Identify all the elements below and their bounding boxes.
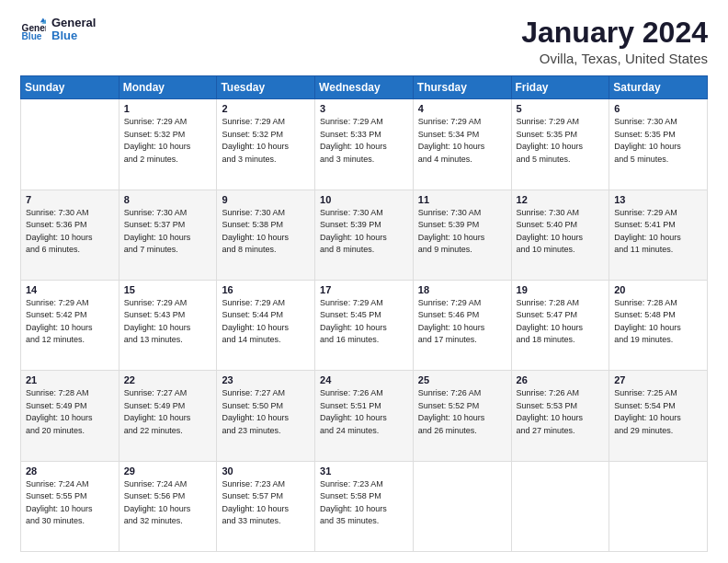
logo: General Blue General Blue [20, 17, 96, 43]
day-number: 29 [124, 465, 212, 477]
calendar-cell: 31Sunrise: 7:23 AM Sunset: 5:58 PM Dayli… [315, 461, 414, 551]
calendar-week-row: 21Sunrise: 7:28 AM Sunset: 5:49 PM Dayli… [21, 371, 708, 461]
day-number: 25 [418, 374, 506, 385]
calendar-cell: 4Sunrise: 7:29 AM Sunset: 5:34 PM Daylig… [413, 99, 511, 190]
day-info: Sunrise: 7:26 AM Sunset: 5:52 PM Dayligh… [418, 387, 506, 437]
logo-line2: Blue [51, 29, 96, 42]
calendar-cell: 18Sunrise: 7:29 AM Sunset: 5:46 PM Dayli… [413, 280, 511, 370]
calendar-cell: 27Sunrise: 7:25 AM Sunset: 5:54 PM Dayli… [609, 371, 708, 461]
calendar-cell: 25Sunrise: 7:26 AM Sunset: 5:52 PM Dayli… [413, 371, 511, 461]
calendar-cell: 12Sunrise: 7:30 AM Sunset: 5:40 PM Dayli… [511, 190, 609, 280]
day-info: Sunrise: 7:24 AM Sunset: 5:55 PM Dayligh… [26, 478, 114, 528]
day-info: Sunrise: 7:29 AM Sunset: 5:45 PM Dayligh… [320, 297, 408, 347]
calendar-week-row: 28Sunrise: 7:24 AM Sunset: 5:55 PM Dayli… [21, 461, 708, 551]
calendar-cell: 1Sunrise: 7:29 AM Sunset: 5:32 PM Daylig… [119, 99, 217, 190]
calendar-page: General Blue General Blue January 2024 O… [0, 0, 728, 563]
title-block: January 2024 Ovilla, Texas, United State… [521, 17, 708, 66]
day-info: Sunrise: 7:29 AM Sunset: 5:32 PM Dayligh… [124, 116, 212, 166]
location-subtitle: Ovilla, Texas, United States [521, 51, 708, 66]
logo-icon: General Blue [20, 17, 46, 42]
day-number: 30 [222, 465, 310, 477]
day-number: 12 [517, 194, 605, 205]
day-info: Sunrise: 7:28 AM Sunset: 5:49 PM Dayligh… [26, 387, 114, 437]
calendar-cell: 17Sunrise: 7:29 AM Sunset: 5:45 PM Dayli… [315, 280, 414, 370]
calendar-cell: 24Sunrise: 7:26 AM Sunset: 5:51 PM Dayli… [315, 371, 414, 461]
day-number: 10 [320, 194, 408, 205]
day-number: 3 [320, 103, 408, 114]
day-info: Sunrise: 7:26 AM Sunset: 5:53 PM Dayligh… [517, 387, 605, 437]
day-number: 9 [222, 194, 310, 205]
day-info: Sunrise: 7:23 AM Sunset: 5:58 PM Dayligh… [320, 478, 408, 528]
day-number: 31 [320, 465, 408, 477]
calendar-cell [511, 461, 609, 551]
calendar-cell: 23Sunrise: 7:27 AM Sunset: 5:50 PM Dayli… [217, 371, 315, 461]
day-info: Sunrise: 7:29 AM Sunset: 5:46 PM Dayligh… [418, 297, 506, 347]
calendar-cell: 15Sunrise: 7:29 AM Sunset: 5:43 PM Dayli… [119, 280, 217, 370]
day-info: Sunrise: 7:30 AM Sunset: 5:40 PM Dayligh… [517, 207, 605, 257]
day-info: Sunrise: 7:29 AM Sunset: 5:34 PM Dayligh… [418, 116, 506, 166]
day-info: Sunrise: 7:25 AM Sunset: 5:54 PM Dayligh… [614, 387, 702, 437]
day-number: 14 [26, 284, 114, 295]
day-info: Sunrise: 7:30 AM Sunset: 5:39 PM Dayligh… [418, 207, 506, 257]
day-info: Sunrise: 7:30 AM Sunset: 5:35 PM Dayligh… [614, 116, 702, 166]
calendar-header-row: SundayMondayTuesdayWednesdayThursdayFrid… [21, 76, 708, 99]
calendar-cell: 19Sunrise: 7:28 AM Sunset: 5:47 PM Dayli… [511, 280, 609, 370]
day-info: Sunrise: 7:30 AM Sunset: 5:37 PM Dayligh… [124, 207, 212, 257]
day-number: 27 [614, 374, 702, 385]
calendar-cell: 26Sunrise: 7:26 AM Sunset: 5:53 PM Dayli… [511, 371, 609, 461]
calendar-cell: 28Sunrise: 7:24 AM Sunset: 5:55 PM Dayli… [21, 461, 119, 551]
calendar-cell: 11Sunrise: 7:30 AM Sunset: 5:39 PM Dayli… [413, 190, 511, 280]
weekday-header: Tuesday [217, 76, 315, 99]
day-number: 5 [517, 103, 605, 114]
day-info: Sunrise: 7:27 AM Sunset: 5:49 PM Dayligh… [124, 387, 212, 437]
day-number: 6 [614, 103, 702, 114]
day-info: Sunrise: 7:30 AM Sunset: 5:36 PM Dayligh… [26, 207, 114, 257]
day-number: 20 [614, 284, 702, 295]
day-info: Sunrise: 7:29 AM Sunset: 5:33 PM Dayligh… [320, 116, 408, 166]
day-info: Sunrise: 7:30 AM Sunset: 5:39 PM Dayligh… [320, 207, 408, 257]
day-info: Sunrise: 7:29 AM Sunset: 5:41 PM Dayligh… [614, 207, 702, 257]
day-info: Sunrise: 7:26 AM Sunset: 5:51 PM Dayligh… [320, 387, 408, 437]
header: General Blue General Blue January 2024 O… [20, 17, 708, 66]
day-number: 1 [124, 103, 212, 114]
day-number: 23 [222, 374, 310, 385]
day-info: Sunrise: 7:29 AM Sunset: 5:32 PM Dayligh… [222, 116, 310, 166]
weekday-header: Friday [511, 76, 609, 99]
day-number: 4 [418, 103, 506, 114]
day-number: 15 [124, 284, 212, 295]
calendar-cell: 21Sunrise: 7:28 AM Sunset: 5:49 PM Dayli… [21, 371, 119, 461]
weekday-header: Thursday [413, 76, 511, 99]
calendar-cell: 6Sunrise: 7:30 AM Sunset: 5:35 PM Daylig… [609, 99, 708, 190]
calendar-cell: 29Sunrise: 7:24 AM Sunset: 5:56 PM Dayli… [119, 461, 217, 551]
main-title: January 2024 [521, 17, 708, 49]
day-number: 24 [320, 374, 408, 385]
weekday-header: Saturday [609, 76, 708, 99]
calendar-cell: 8Sunrise: 7:30 AM Sunset: 5:37 PM Daylig… [119, 190, 217, 280]
day-info: Sunrise: 7:28 AM Sunset: 5:47 PM Dayligh… [517, 297, 605, 347]
calendar-week-row: 14Sunrise: 7:29 AM Sunset: 5:42 PM Dayli… [21, 280, 708, 370]
day-number: 2 [222, 103, 310, 114]
calendar-cell: 10Sunrise: 7:30 AM Sunset: 5:39 PM Dayli… [315, 190, 414, 280]
day-number: 7 [26, 194, 114, 205]
weekday-header: Monday [119, 76, 217, 99]
calendar-cell [413, 461, 511, 551]
weekday-header: Sunday [21, 76, 119, 99]
day-info: Sunrise: 7:30 AM Sunset: 5:38 PM Dayligh… [222, 207, 310, 257]
calendar-cell: 30Sunrise: 7:23 AM Sunset: 5:57 PM Dayli… [217, 461, 315, 551]
calendar-cell: 2Sunrise: 7:29 AM Sunset: 5:32 PM Daylig… [217, 99, 315, 190]
calendar-table: SundayMondayTuesdayWednesdayThursdayFrid… [20, 75, 708, 552]
day-number: 19 [517, 284, 605, 295]
day-number: 26 [517, 374, 605, 385]
day-info: Sunrise: 7:23 AM Sunset: 5:57 PM Dayligh… [222, 478, 310, 528]
day-number: 22 [124, 374, 212, 385]
calendar-cell: 7Sunrise: 7:30 AM Sunset: 5:36 PM Daylig… [21, 190, 119, 280]
calendar-cell: 5Sunrise: 7:29 AM Sunset: 5:35 PM Daylig… [511, 99, 609, 190]
calendar-cell: 14Sunrise: 7:29 AM Sunset: 5:42 PM Dayli… [21, 280, 119, 370]
day-info: Sunrise: 7:24 AM Sunset: 5:56 PM Dayligh… [124, 478, 212, 528]
calendar-cell [21, 99, 119, 190]
day-info: Sunrise: 7:29 AM Sunset: 5:42 PM Dayligh… [26, 297, 114, 347]
day-number: 17 [320, 284, 408, 295]
calendar-cell: 20Sunrise: 7:28 AM Sunset: 5:48 PM Dayli… [609, 280, 708, 370]
calendar-cell: 3Sunrise: 7:29 AM Sunset: 5:33 PM Daylig… [315, 99, 414, 190]
day-number: 18 [418, 284, 506, 295]
